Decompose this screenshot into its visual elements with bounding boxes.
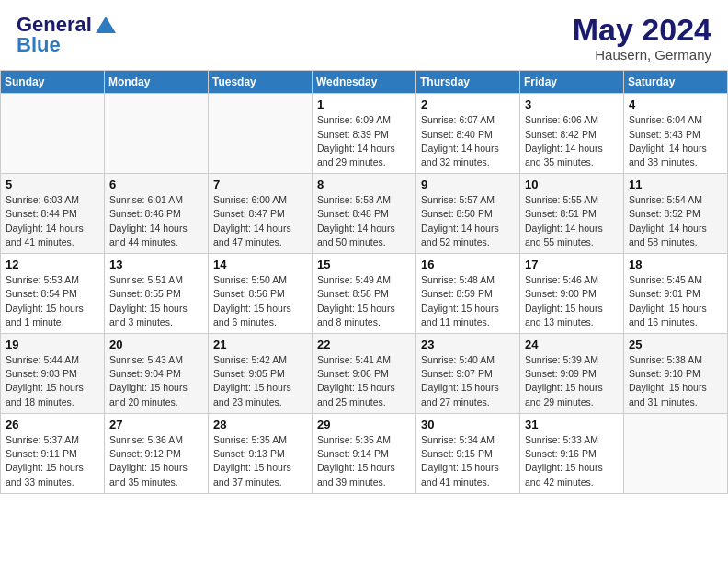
day-info: Sunrise: 5:41 AM Sunset: 9:06 PM Dayligh… — [317, 353, 411, 409]
calendar-cell: 30Sunrise: 5:34 AM Sunset: 9:15 PM Dayli… — [416, 413, 520, 493]
calendar-week-row: 26Sunrise: 5:37 AM Sunset: 9:11 PM Dayli… — [1, 413, 728, 493]
day-number: 13 — [109, 258, 203, 271]
calendar-cell: 15Sunrise: 5:49 AM Sunset: 8:58 PM Dayli… — [313, 254, 416, 334]
calendar-cell: 9Sunrise: 5:57 AM Sunset: 8:50 PM Daylig… — [416, 174, 520, 254]
calendar-cell: 25Sunrise: 5:38 AM Sunset: 9:10 PM Dayli… — [624, 334, 728, 414]
day-number: 3 — [525, 98, 619, 111]
svg-marker-0 — [96, 17, 116, 33]
day-number: 31 — [525, 418, 619, 431]
day-number: 25 — [629, 338, 722, 351]
day-number: 19 — [6, 338, 99, 351]
day-info: Sunrise: 6:09 AM Sunset: 8:39 PM Dayligh… — [317, 113, 411, 169]
day-info: Sunrise: 5:39 AM Sunset: 9:09 PM Dayligh… — [525, 353, 619, 409]
calendar-week-row: 19Sunrise: 5:44 AM Sunset: 9:03 PM Dayli… — [1, 334, 728, 414]
day-number: 24 — [525, 338, 619, 351]
day-info: Sunrise: 6:07 AM Sunset: 8:40 PM Dayligh… — [421, 113, 515, 169]
day-info: Sunrise: 5:51 AM Sunset: 8:55 PM Dayligh… — [109, 273, 203, 329]
day-info: Sunrise: 5:43 AM Sunset: 9:04 PM Dayligh… — [109, 353, 203, 409]
day-number: 26 — [6, 418, 99, 431]
day-info: Sunrise: 6:06 AM Sunset: 8:42 PM Dayligh… — [525, 113, 619, 169]
day-info: Sunrise: 5:57 AM Sunset: 8:50 PM Dayligh… — [421, 193, 515, 249]
calendar-cell: 22Sunrise: 5:41 AM Sunset: 9:06 PM Dayli… — [313, 334, 416, 414]
page-header: General Blue May 2024 Hausern, Germany — [0, 0, 728, 70]
day-info: Sunrise: 5:50 AM Sunset: 8:56 PM Dayligh… — [213, 273, 307, 329]
day-number: 16 — [421, 258, 515, 271]
day-info: Sunrise: 5:53 AM Sunset: 8:54 PM Dayligh… — [6, 273, 99, 329]
calendar-cell: 28Sunrise: 5:35 AM Sunset: 9:13 PM Dayli… — [209, 413, 313, 493]
day-number: 30 — [421, 418, 515, 431]
day-number: 4 — [629, 98, 722, 111]
calendar-cell: 3Sunrise: 6:06 AM Sunset: 8:42 PM Daylig… — [520, 94, 624, 174]
logo-triangle-icon — [96, 15, 116, 35]
calendar-cell: 24Sunrise: 5:39 AM Sunset: 9:09 PM Dayli… — [520, 334, 624, 414]
weekday-header-cell: Friday — [520, 71, 624, 94]
calendar-cell: 13Sunrise: 5:51 AM Sunset: 8:55 PM Dayli… — [105, 254, 209, 334]
calendar-cell: 8Sunrise: 5:58 AM Sunset: 8:48 PM Daylig… — [313, 174, 416, 254]
calendar-cell: 27Sunrise: 5:36 AM Sunset: 9:12 PM Dayli… — [105, 413, 209, 493]
day-number: 11 — [629, 178, 722, 191]
logo: General Blue — [17, 13, 116, 57]
day-number: 6 — [109, 178, 203, 191]
title-block: May 2024 Hausern, Germany — [573, 13, 711, 63]
calendar-title: May 2024 — [573, 13, 711, 47]
day-number: 1 — [317, 98, 411, 111]
day-info: Sunrise: 5:48 AM Sunset: 8:59 PM Dayligh… — [421, 273, 515, 329]
calendar-subtitle: Hausern, Germany — [573, 47, 711, 63]
calendar-cell — [624, 413, 728, 493]
day-number: 15 — [317, 258, 411, 271]
day-number: 28 — [213, 418, 307, 431]
day-number: 22 — [317, 338, 411, 351]
calendar-cell: 29Sunrise: 5:35 AM Sunset: 9:14 PM Dayli… — [313, 413, 416, 493]
calendar-cell: 5Sunrise: 6:03 AM Sunset: 8:44 PM Daylig… — [1, 174, 105, 254]
calendar-cell: 11Sunrise: 5:54 AM Sunset: 8:52 PM Dayli… — [624, 174, 728, 254]
calendar-cell: 21Sunrise: 5:42 AM Sunset: 9:05 PM Dayli… — [209, 334, 313, 414]
weekday-header-cell: Thursday — [416, 71, 520, 94]
day-number: 9 — [421, 178, 515, 191]
day-number: 21 — [213, 338, 307, 351]
calendar-cell: 17Sunrise: 5:46 AM Sunset: 9:00 PM Dayli… — [520, 254, 624, 334]
weekday-header-cell: Sunday — [1, 71, 105, 94]
weekday-header-cell: Wednesday — [313, 71, 416, 94]
day-number: 27 — [109, 418, 203, 431]
calendar-cell — [105, 94, 209, 174]
calendar-cell: 1Sunrise: 6:09 AM Sunset: 8:39 PM Daylig… — [313, 94, 416, 174]
day-info: Sunrise: 6:03 AM Sunset: 8:44 PM Dayligh… — [6, 193, 99, 249]
day-info: Sunrise: 5:37 AM Sunset: 9:11 PM Dayligh… — [6, 433, 99, 489]
day-info: Sunrise: 6:00 AM Sunset: 8:47 PM Dayligh… — [213, 193, 307, 249]
day-info: Sunrise: 5:58 AM Sunset: 8:48 PM Dayligh… — [317, 193, 411, 249]
day-number: 10 — [525, 178, 619, 191]
day-number: 12 — [6, 258, 99, 271]
day-number: 7 — [213, 178, 307, 191]
day-number: 23 — [421, 338, 515, 351]
calendar-cell: 31Sunrise: 5:33 AM Sunset: 9:16 PM Dayli… — [520, 413, 624, 493]
calendar-cell — [209, 94, 313, 174]
day-info: Sunrise: 6:01 AM Sunset: 8:46 PM Dayligh… — [109, 193, 203, 249]
day-info: Sunrise: 5:49 AM Sunset: 8:58 PM Dayligh… — [317, 273, 411, 329]
day-info: Sunrise: 5:40 AM Sunset: 9:07 PM Dayligh… — [421, 353, 515, 409]
calendar-cell: 4Sunrise: 6:04 AM Sunset: 8:43 PM Daylig… — [624, 94, 728, 174]
day-info: Sunrise: 5:54 AM Sunset: 8:52 PM Dayligh… — [629, 193, 722, 249]
calendar-cell: 23Sunrise: 5:40 AM Sunset: 9:07 PM Dayli… — [416, 334, 520, 414]
day-number: 2 — [421, 98, 515, 111]
calendar-cell: 2Sunrise: 6:07 AM Sunset: 8:40 PM Daylig… — [416, 94, 520, 174]
weekday-header-cell: Saturday — [624, 71, 728, 94]
calendar-cell: 7Sunrise: 6:00 AM Sunset: 8:47 PM Daylig… — [209, 174, 313, 254]
calendar-body: 1Sunrise: 6:09 AM Sunset: 8:39 PM Daylig… — [1, 94, 728, 493]
day-number: 17 — [525, 258, 619, 271]
day-info: Sunrise: 5:34 AM Sunset: 9:15 PM Dayligh… — [421, 433, 515, 489]
day-info: Sunrise: 5:35 AM Sunset: 9:14 PM Dayligh… — [317, 433, 411, 489]
weekday-header-cell: Tuesday — [209, 71, 313, 94]
day-number: 5 — [6, 178, 99, 191]
calendar-table: SundayMondayTuesdayWednesdayThursdayFrid… — [0, 70, 728, 493]
calendar-week-row: 5Sunrise: 6:03 AM Sunset: 8:44 PM Daylig… — [1, 174, 728, 254]
calendar-cell — [1, 94, 105, 174]
day-info: Sunrise: 5:35 AM Sunset: 9:13 PM Dayligh… — [213, 433, 307, 489]
calendar-cell: 12Sunrise: 5:53 AM Sunset: 8:54 PM Dayli… — [1, 254, 105, 334]
weekday-header-row: SundayMondayTuesdayWednesdayThursdayFrid… — [1, 71, 728, 94]
day-number: 8 — [317, 178, 411, 191]
day-info: Sunrise: 5:55 AM Sunset: 8:51 PM Dayligh… — [525, 193, 619, 249]
calendar-cell: 10Sunrise: 5:55 AM Sunset: 8:51 PM Dayli… — [520, 174, 624, 254]
calendar-cell: 6Sunrise: 6:01 AM Sunset: 8:46 PM Daylig… — [105, 174, 209, 254]
day-number: 29 — [317, 418, 411, 431]
day-number: 14 — [213, 258, 307, 271]
